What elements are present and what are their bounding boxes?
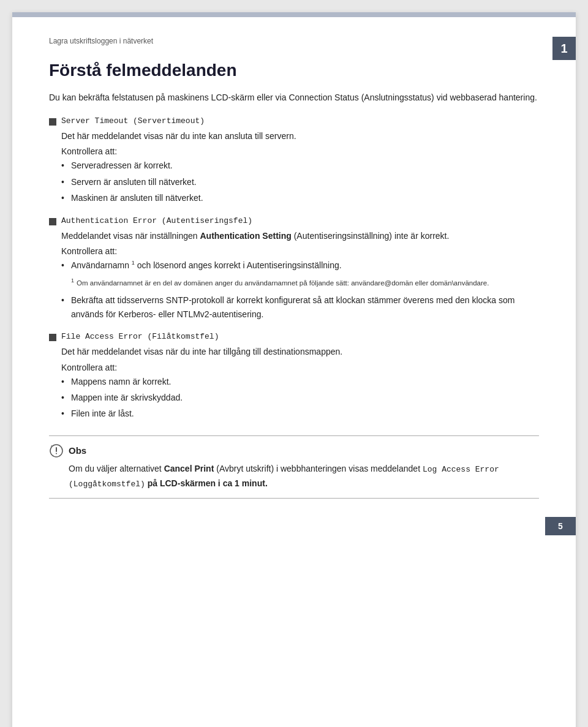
obs-text-prefix: Om du väljer alternativet	[69, 464, 164, 473]
list-item: Bekräfta att tidsserverns SNTP-protokoll…	[61, 293, 539, 321]
list-item: Filen inte är låst.	[61, 407, 539, 420]
kontrollera-label: Kontrollera att:	[61, 146, 539, 156]
section-icon	[49, 334, 56, 341]
bullet-list: Mappens namn är korrekt. Mappen inte är …	[61, 375, 539, 421]
obs-box: Obs Om du väljer alternativet Cancel Pri…	[49, 435, 539, 499]
list-item: Servern är ansluten till nätverket.	[61, 175, 539, 189]
section-header: Authentication Error (Autentiseringsfel)	[49, 216, 539, 225]
page-number: 5	[545, 517, 576, 535]
section-code: Authentication Error (Autentiseringsfel)	[61, 216, 252, 225]
sup-ref: 1	[132, 260, 135, 266]
section-code: Server Timeout (Servertimeout)	[61, 116, 205, 126]
obs-label: Obs	[69, 445, 86, 456]
list-item: Maskinen är ansluten till nätverket.	[61, 191, 539, 205]
document-page: Lagra utskriftsloggen i nätverket 1 Förs…	[12, 12, 576, 727]
section-auth-error: Authentication Error (Autentiseringsfel)…	[49, 216, 539, 322]
list-item: Mappens namn är korrekt.	[61, 375, 539, 388]
section-code: File Access Error (Filåtkomstfel)	[61, 332, 219, 341]
obs-text-bold: Cancel Print	[164, 464, 214, 473]
desc-suffix: (Autentiseringsinställning) inte är korr…	[292, 231, 450, 241]
obs-header: Obs	[49, 443, 539, 458]
footnote-text: Om användarnamnet är en del av domänen a…	[77, 279, 489, 287]
list-item: Serveradressen är korrekt.	[61, 159, 539, 172]
section-server-timeout: Server Timeout (Servertimeout) Det här m…	[49, 116, 539, 205]
desc-bold: Authentication Setting	[200, 231, 291, 241]
extra-bullet-list: Bekräfta att tidsserverns SNTP-protokoll…	[61, 293, 539, 321]
obs-text: Om du väljer alternativet Cancel Print (…	[69, 462, 539, 491]
chapter-badge: 1	[552, 37, 576, 60]
section-file-access: File Access Error (Filåtkomstfel) Det hä…	[49, 332, 539, 421]
section-header: File Access Error (Filåtkomstfel)	[49, 332, 539, 341]
kontrollera-label: Kontrollera att:	[61, 363, 539, 372]
desc-prefix: Meddelandet visas när inställningen	[61, 231, 200, 241]
svg-point-0	[56, 453, 57, 454]
list-item: Användarnamn 1 och lösenord anges korrek…	[61, 258, 539, 272]
list-item: Mappen inte är skrivskyddad.	[61, 391, 539, 404]
breadcrumb: Lagra utskriftsloggen i nätverket	[49, 37, 539, 45]
obs-text-middle: (Avbryt utskrift) i webbhanteringen visa…	[214, 464, 423, 473]
bullet-list: Serveradressen är korrekt. Servern är an…	[61, 159, 539, 205]
section-desc: Meddelandet visas när inställningen Auth…	[61, 229, 539, 243]
section-icon	[49, 218, 56, 225]
intro-text: Du kan bekräfta felstatusen på maskinens…	[49, 91, 539, 104]
page-title: Förstå felmeddelanden	[49, 60, 539, 81]
page-content: Lagra utskriftsloggen i nätverket 1 Förs…	[12, 17, 576, 535]
footnote: 1Om användarnamnet är en del av domänen …	[71, 277, 539, 288]
kontrollera-label: Kontrollera att:	[61, 246, 539, 256]
bullet-list: Användarnamn 1 och lösenord anges korrek…	[61, 258, 539, 272]
section-header: Server Timeout (Servertimeout)	[49, 116, 539, 126]
obs-text-suffix: på LCD-skärmen i ca 1 minut.	[145, 478, 268, 488]
footnote-number: 1	[71, 277, 74, 284]
section-icon	[49, 118, 56, 126]
obs-icon	[49, 443, 64, 458]
top-bar	[12, 12, 576, 17]
section-desc: Det här meddelandet visas när du inte ka…	[61, 129, 539, 143]
bullet-text: Användarnamn 1 och lösenord anges korrek…	[71, 260, 342, 270]
section-desc: Det här meddelandet visas när du inte ha…	[61, 345, 539, 358]
